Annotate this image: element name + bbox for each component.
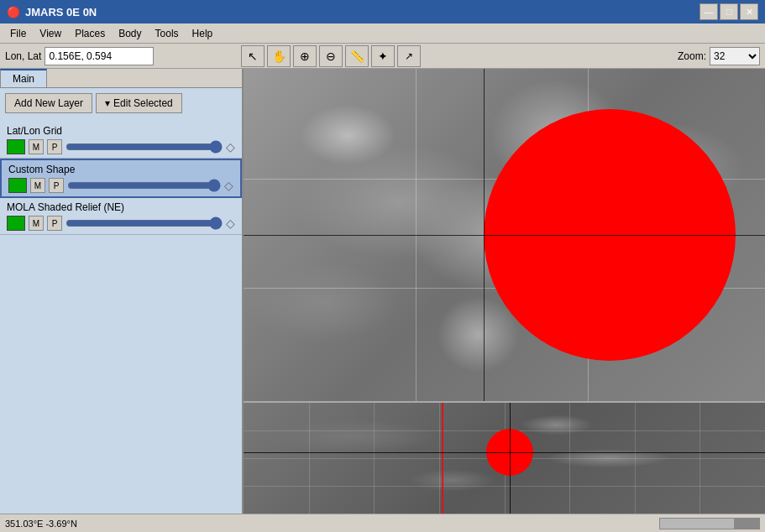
close-button[interactable]: ✕ xyxy=(740,3,758,20)
layer-m-custom-shape[interactable]: M xyxy=(30,178,45,193)
investigate-tool[interactable]: ↗ xyxy=(397,45,421,67)
layer-p-custom-shape[interactable]: P xyxy=(49,178,64,193)
measure-tool[interactable]: 📏 xyxy=(345,45,369,67)
layer-p-mola[interactable]: P xyxy=(47,216,62,231)
zoom-out-tool[interactable]: ⊖ xyxy=(319,45,343,67)
overview-grid-v-6 xyxy=(635,403,636,514)
map-main[interactable] xyxy=(244,69,765,401)
layer-p-latlon[interactable]: P xyxy=(47,139,62,154)
map-area[interactable] xyxy=(244,69,765,514)
titlebar-controls: — □ ✕ xyxy=(700,3,758,20)
lonlat-input[interactable] xyxy=(45,47,154,65)
status-coords: 351.03°E -3.69°N xyxy=(5,519,77,529)
status-scrollbar-thumb[interactable] xyxy=(734,519,759,529)
pan-tool[interactable]: ✋ xyxy=(267,45,291,67)
menu-file[interactable]: File xyxy=(3,26,33,41)
overview-grid-v-7 xyxy=(700,403,700,514)
lonlat-label: Lon, Lat xyxy=(5,50,41,62)
layer-color-mola[interactable] xyxy=(7,216,25,231)
crosshair-vertical-main xyxy=(484,69,485,401)
layer-slider-latlon[interactable] xyxy=(65,141,223,153)
layer-title-custom-shape: Custom Shape xyxy=(8,164,233,175)
toolbar-tools: ↖ ✋ ⊕ ⊖ 📏 ✦ ↗ xyxy=(241,45,421,67)
zoom-area: Zoom: 1248 163264128 xyxy=(678,47,760,65)
left-panel: Main Add New Layer ▾ Edit Selected Lat/L… xyxy=(0,69,244,514)
tab-main[interactable]: Main xyxy=(0,69,47,87)
menu-help[interactable]: Help xyxy=(186,26,220,41)
maximize-button[interactable]: □ xyxy=(720,3,738,20)
menu-places[interactable]: Places xyxy=(68,26,112,41)
statusbar: 351.03°E -3.69°N xyxy=(0,514,765,532)
layer-slider-mola[interactable] xyxy=(65,217,223,229)
layer-flag-custom-shape: ◇ xyxy=(224,179,233,192)
status-scrollbar[interactable] xyxy=(659,518,760,529)
app-title: JMARS 0E 0N xyxy=(25,6,97,18)
panel-tabs: Main xyxy=(0,69,242,88)
titlebar-left: 🔴 JMARS 0E 0N xyxy=(7,6,97,18)
layer-color-custom-shape[interactable] xyxy=(8,178,27,193)
overview-grid-v-2 xyxy=(374,403,375,514)
map-overview[interactable] xyxy=(244,401,765,514)
zoom-label: Zoom: xyxy=(678,50,706,62)
add-layer-button[interactable]: Add New Layer xyxy=(5,93,92,113)
lonlat-bar: Lon, Lat ↖ ✋ ⊕ ⊖ 📏 ✦ ↗ Zoom: 1248 163264… xyxy=(0,44,765,69)
panel-toolbar: Add New Layer ▾ Edit Selected xyxy=(0,88,242,118)
layer-item-latlon[interactable]: Lat/Lon Grid M P ◇ xyxy=(0,122,242,159)
crosshair-horizontal-main xyxy=(244,235,765,236)
overview-grid-v-1 xyxy=(309,403,310,514)
stamp-tool[interactable]: ✦ xyxy=(371,45,395,67)
layer-flag-mola: ◇ xyxy=(226,216,235,230)
cursor-tool[interactable]: ↖ xyxy=(241,45,265,67)
overview-red-line-v xyxy=(442,403,443,514)
main-content: Main Add New Layer ▾ Edit Selected Lat/L… xyxy=(0,69,765,514)
menu-tools[interactable]: Tools xyxy=(149,26,186,41)
layer-controls-latlon: M P ◇ xyxy=(7,139,235,154)
edit-selected-button[interactable]: ▾ Edit Selected xyxy=(96,93,182,113)
layer-controls-custom-shape: M P ◇ xyxy=(8,178,233,193)
layer-m-latlon[interactable]: M xyxy=(29,139,44,154)
layer-flag-latlon: ◇ xyxy=(226,140,235,154)
titlebar: 🔴 JMARS 0E 0N — □ ✕ xyxy=(0,0,765,23)
menubar: File View Places Body Tools Help xyxy=(0,23,765,44)
layer-title-latlon: Lat/Lon Grid xyxy=(7,125,235,137)
menu-body[interactable]: Body xyxy=(112,26,148,41)
crosshair-vertical-overview xyxy=(510,403,511,514)
app-icon: 🔴 xyxy=(7,6,20,18)
layer-slider-custom-shape[interactable] xyxy=(67,180,221,191)
zoom-select[interactable]: 1248 163264128 xyxy=(710,47,760,65)
overview-grid-v-5 xyxy=(569,403,570,514)
layer-list: Lat/Lon Grid M P ◇ Custom Shape M P ◇ xyxy=(0,118,242,514)
layer-m-mola[interactable]: M xyxy=(29,216,44,231)
zoom-in-tool[interactable]: ⊕ xyxy=(293,45,317,67)
layer-controls-mola: M P ◇ xyxy=(7,216,235,231)
layer-item-custom-shape[interactable]: Custom Shape M P ◇ xyxy=(0,159,242,198)
minimize-button[interactable]: — xyxy=(700,3,718,20)
layer-title-mola: MOLA Shaded Relief (NE) xyxy=(7,201,235,213)
layer-item-mola[interactable]: MOLA Shaded Relief (NE) M P ◇ xyxy=(0,198,242,235)
menu-view[interactable]: View xyxy=(33,26,68,41)
crosshair-horizontal-overview xyxy=(244,452,765,453)
layer-color-latlon[interactable] xyxy=(7,139,25,154)
overview-grid-v-3 xyxy=(439,403,440,514)
